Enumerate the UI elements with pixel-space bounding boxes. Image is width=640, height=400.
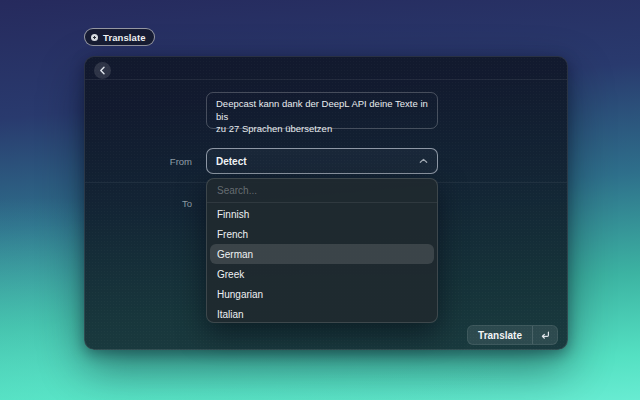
dropdown-option-hungarian[interactable]: Hungarian (210, 284, 434, 304)
dropdown-option-list: Finnish French German Greek Hungarian It… (207, 203, 437, 323)
launcher-pill-translate[interactable]: Translate (84, 28, 155, 46)
dropdown-option-french[interactable]: French (210, 224, 434, 244)
translate-action-label: Translate (468, 326, 532, 344)
chevron-left-icon (99, 66, 106, 75)
launcher-pill-label: Translate (103, 32, 146, 43)
translate-action-button[interactable]: Translate (467, 325, 558, 345)
window-header (85, 57, 567, 80)
dropdown-option-finnish[interactable]: Finnish (210, 204, 434, 224)
from-label: From (85, 156, 192, 167)
from-select-value: Detect (216, 156, 247, 167)
dropdown-option-german[interactable]: German (210, 244, 434, 264)
back-button[interactable] (94, 62, 111, 79)
language-dropdown: Finnish French German Greek Hungarian It… (206, 178, 438, 323)
dropdown-option-greek[interactable]: Greek (210, 264, 434, 284)
from-language-select[interactable]: Detect (206, 148, 438, 174)
to-label: To (85, 198, 192, 209)
dropdown-search-input[interactable] (207, 179, 437, 203)
enter-key-icon (532, 326, 557, 344)
source-text-input[interactable]: Deepcast kann dank der DeepL API deine T… (206, 92, 438, 129)
dropdown-option-italian[interactable]: Italian (210, 304, 434, 323)
gear-icon (91, 34, 98, 41)
chevron-up-icon (419, 158, 428, 164)
translate-window: Deepcast kann dank der DeepL API deine T… (84, 56, 568, 350)
